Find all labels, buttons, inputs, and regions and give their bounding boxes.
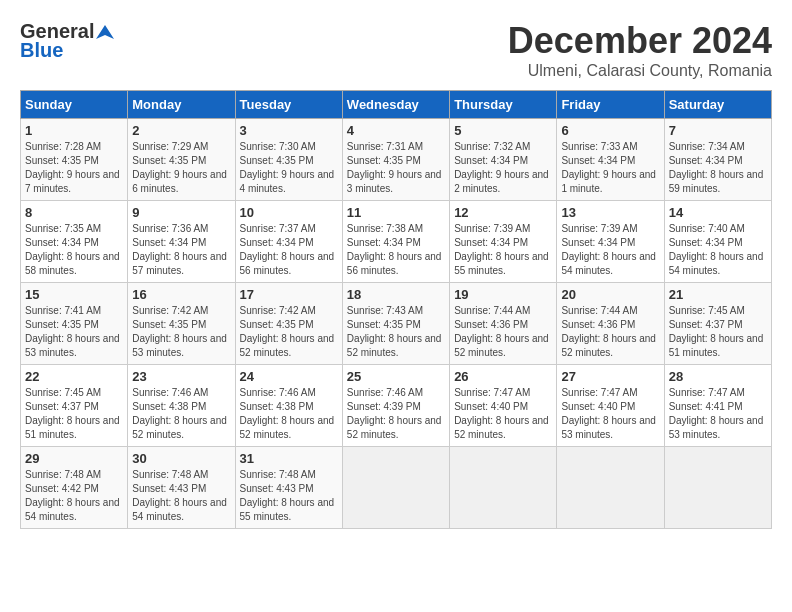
calendar-table: SundayMondayTuesdayWednesdayThursdayFrid… bbox=[20, 90, 772, 529]
day-number: 23 bbox=[132, 369, 230, 384]
calendar-day-cell: 31 Sunrise: 7:48 AM Sunset: 4:43 PM Dayl… bbox=[235, 447, 342, 529]
calendar-day-cell: 21 Sunrise: 7:45 AM Sunset: 4:37 PM Dayl… bbox=[664, 283, 771, 365]
header: General Blue December 2024 Ulmeni, Calar… bbox=[20, 20, 772, 80]
calendar-day-cell: 19 Sunrise: 7:44 AM Sunset: 4:36 PM Dayl… bbox=[450, 283, 557, 365]
day-number: 21 bbox=[669, 287, 767, 302]
calendar-day-cell: 4 Sunrise: 7:31 AM Sunset: 4:35 PM Dayli… bbox=[342, 119, 449, 201]
day-info: Sunrise: 7:31 AM Sunset: 4:35 PM Dayligh… bbox=[347, 140, 445, 196]
calendar-day-cell: 16 Sunrise: 7:42 AM Sunset: 4:35 PM Dayl… bbox=[128, 283, 235, 365]
day-number: 15 bbox=[25, 287, 123, 302]
calendar-day-cell: 30 Sunrise: 7:48 AM Sunset: 4:43 PM Dayl… bbox=[128, 447, 235, 529]
day-number: 6 bbox=[561, 123, 659, 138]
weekday-header: Monday bbox=[128, 91, 235, 119]
calendar-day-cell: 15 Sunrise: 7:41 AM Sunset: 4:35 PM Dayl… bbox=[21, 283, 128, 365]
day-info: Sunrise: 7:44 AM Sunset: 4:36 PM Dayligh… bbox=[454, 304, 552, 360]
weekday-header: Friday bbox=[557, 91, 664, 119]
calendar-day-cell: 12 Sunrise: 7:39 AM Sunset: 4:34 PM Dayl… bbox=[450, 201, 557, 283]
month-title: December 2024 bbox=[508, 20, 772, 62]
day-info: Sunrise: 7:48 AM Sunset: 4:43 PM Dayligh… bbox=[240, 468, 338, 524]
day-number: 31 bbox=[240, 451, 338, 466]
calendar-day-cell: 10 Sunrise: 7:37 AM Sunset: 4:34 PM Dayl… bbox=[235, 201, 342, 283]
day-number: 22 bbox=[25, 369, 123, 384]
day-info: Sunrise: 7:36 AM Sunset: 4:34 PM Dayligh… bbox=[132, 222, 230, 278]
day-number: 13 bbox=[561, 205, 659, 220]
day-number: 19 bbox=[454, 287, 552, 302]
weekday-header: Sunday bbox=[21, 91, 128, 119]
day-number: 4 bbox=[347, 123, 445, 138]
calendar-week-row: 15 Sunrise: 7:41 AM Sunset: 4:35 PM Dayl… bbox=[21, 283, 772, 365]
day-number: 7 bbox=[669, 123, 767, 138]
day-info: Sunrise: 7:39 AM Sunset: 4:34 PM Dayligh… bbox=[454, 222, 552, 278]
calendar-day-cell bbox=[342, 447, 449, 529]
day-number: 26 bbox=[454, 369, 552, 384]
day-info: Sunrise: 7:41 AM Sunset: 4:35 PM Dayligh… bbox=[25, 304, 123, 360]
calendar-day-cell: 22 Sunrise: 7:45 AM Sunset: 4:37 PM Dayl… bbox=[21, 365, 128, 447]
day-info: Sunrise: 7:37 AM Sunset: 4:34 PM Dayligh… bbox=[240, 222, 338, 278]
day-info: Sunrise: 7:47 AM Sunset: 4:40 PM Dayligh… bbox=[561, 386, 659, 442]
calendar-day-cell: 7 Sunrise: 7:34 AM Sunset: 4:34 PM Dayli… bbox=[664, 119, 771, 201]
calendar-day-cell: 17 Sunrise: 7:42 AM Sunset: 4:35 PM Dayl… bbox=[235, 283, 342, 365]
day-info: Sunrise: 7:28 AM Sunset: 4:35 PM Dayligh… bbox=[25, 140, 123, 196]
calendar-day-cell: 20 Sunrise: 7:44 AM Sunset: 4:36 PM Dayl… bbox=[557, 283, 664, 365]
calendar-day-cell: 2 Sunrise: 7:29 AM Sunset: 4:35 PM Dayli… bbox=[128, 119, 235, 201]
day-info: Sunrise: 7:38 AM Sunset: 4:34 PM Dayligh… bbox=[347, 222, 445, 278]
day-number: 9 bbox=[132, 205, 230, 220]
day-number: 14 bbox=[669, 205, 767, 220]
day-info: Sunrise: 7:46 AM Sunset: 4:38 PM Dayligh… bbox=[132, 386, 230, 442]
logo: General Blue bbox=[20, 20, 114, 62]
day-info: Sunrise: 7:45 AM Sunset: 4:37 PM Dayligh… bbox=[25, 386, 123, 442]
calendar-day-cell: 13 Sunrise: 7:39 AM Sunset: 4:34 PM Dayl… bbox=[557, 201, 664, 283]
location-title: Ulmeni, Calarasi County, Romania bbox=[508, 62, 772, 80]
calendar-week-row: 22 Sunrise: 7:45 AM Sunset: 4:37 PM Dayl… bbox=[21, 365, 772, 447]
day-number: 2 bbox=[132, 123, 230, 138]
day-info: Sunrise: 7:47 AM Sunset: 4:41 PM Dayligh… bbox=[669, 386, 767, 442]
day-number: 5 bbox=[454, 123, 552, 138]
weekday-header: Thursday bbox=[450, 91, 557, 119]
calendar-day-cell: 6 Sunrise: 7:33 AM Sunset: 4:34 PM Dayli… bbox=[557, 119, 664, 201]
calendar-day-cell: 9 Sunrise: 7:36 AM Sunset: 4:34 PM Dayli… bbox=[128, 201, 235, 283]
day-number: 3 bbox=[240, 123, 338, 138]
day-info: Sunrise: 7:29 AM Sunset: 4:35 PM Dayligh… bbox=[132, 140, 230, 196]
svg-marker-0 bbox=[96, 25, 114, 39]
calendar-week-row: 1 Sunrise: 7:28 AM Sunset: 4:35 PM Dayli… bbox=[21, 119, 772, 201]
calendar-day-cell bbox=[557, 447, 664, 529]
calendar-week-row: 8 Sunrise: 7:35 AM Sunset: 4:34 PM Dayli… bbox=[21, 201, 772, 283]
day-number: 10 bbox=[240, 205, 338, 220]
day-number: 12 bbox=[454, 205, 552, 220]
calendar-week-row: 29 Sunrise: 7:48 AM Sunset: 4:42 PM Dayl… bbox=[21, 447, 772, 529]
calendar-day-cell: 25 Sunrise: 7:46 AM Sunset: 4:39 PM Dayl… bbox=[342, 365, 449, 447]
calendar-day-cell: 8 Sunrise: 7:35 AM Sunset: 4:34 PM Dayli… bbox=[21, 201, 128, 283]
weekday-header: Wednesday bbox=[342, 91, 449, 119]
day-number: 16 bbox=[132, 287, 230, 302]
day-info: Sunrise: 7:33 AM Sunset: 4:34 PM Dayligh… bbox=[561, 140, 659, 196]
day-number: 1 bbox=[25, 123, 123, 138]
calendar-day-cell: 28 Sunrise: 7:47 AM Sunset: 4:41 PM Dayl… bbox=[664, 365, 771, 447]
day-info: Sunrise: 7:35 AM Sunset: 4:34 PM Dayligh… bbox=[25, 222, 123, 278]
calendar-day-cell: 3 Sunrise: 7:30 AM Sunset: 4:35 PM Dayli… bbox=[235, 119, 342, 201]
day-info: Sunrise: 7:43 AM Sunset: 4:35 PM Dayligh… bbox=[347, 304, 445, 360]
day-number: 18 bbox=[347, 287, 445, 302]
weekday-header: Tuesday bbox=[235, 91, 342, 119]
day-info: Sunrise: 7:40 AM Sunset: 4:34 PM Dayligh… bbox=[669, 222, 767, 278]
day-number: 29 bbox=[25, 451, 123, 466]
calendar-day-cell: 27 Sunrise: 7:47 AM Sunset: 4:40 PM Dayl… bbox=[557, 365, 664, 447]
logo-bird-icon bbox=[96, 23, 114, 41]
title-section: December 2024 Ulmeni, Calarasi County, R… bbox=[508, 20, 772, 80]
day-number: 27 bbox=[561, 369, 659, 384]
calendar-day-cell: 23 Sunrise: 7:46 AM Sunset: 4:38 PM Dayl… bbox=[128, 365, 235, 447]
day-info: Sunrise: 7:46 AM Sunset: 4:38 PM Dayligh… bbox=[240, 386, 338, 442]
day-number: 24 bbox=[240, 369, 338, 384]
day-number: 30 bbox=[132, 451, 230, 466]
day-info: Sunrise: 7:48 AM Sunset: 4:43 PM Dayligh… bbox=[132, 468, 230, 524]
day-number: 11 bbox=[347, 205, 445, 220]
day-number: 17 bbox=[240, 287, 338, 302]
day-info: Sunrise: 7:42 AM Sunset: 4:35 PM Dayligh… bbox=[240, 304, 338, 360]
calendar-day-cell: 5 Sunrise: 7:32 AM Sunset: 4:34 PM Dayli… bbox=[450, 119, 557, 201]
day-info: Sunrise: 7:44 AM Sunset: 4:36 PM Dayligh… bbox=[561, 304, 659, 360]
day-info: Sunrise: 7:47 AM Sunset: 4:40 PM Dayligh… bbox=[454, 386, 552, 442]
day-number: 28 bbox=[669, 369, 767, 384]
weekday-header: Saturday bbox=[664, 91, 771, 119]
day-info: Sunrise: 7:39 AM Sunset: 4:34 PM Dayligh… bbox=[561, 222, 659, 278]
day-info: Sunrise: 7:30 AM Sunset: 4:35 PM Dayligh… bbox=[240, 140, 338, 196]
calendar-day-cell bbox=[450, 447, 557, 529]
